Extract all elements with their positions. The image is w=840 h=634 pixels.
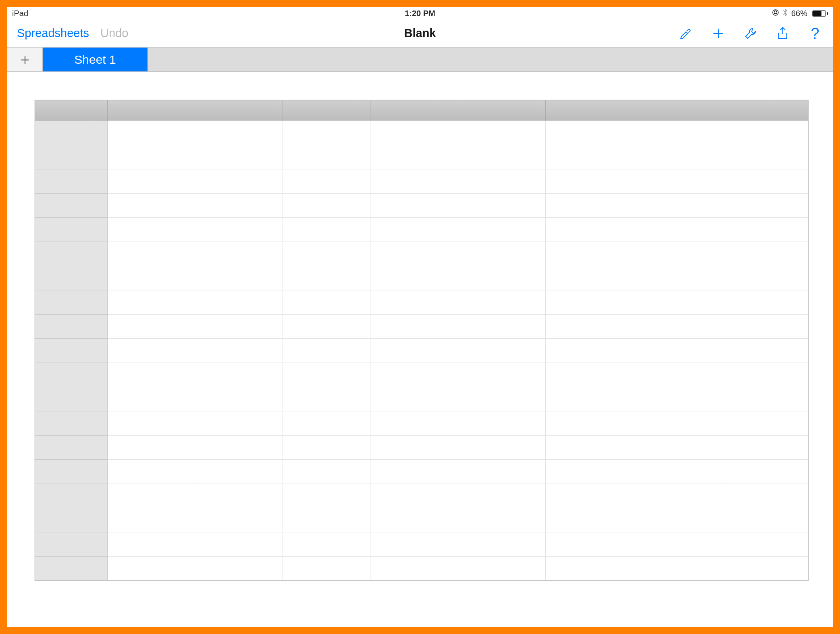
cell[interactable] (633, 242, 721, 266)
cell[interactable] (195, 363, 283, 387)
cell[interactable] (108, 145, 195, 169)
column-header[interactable] (195, 100, 283, 121)
row-header[interactable] (35, 145, 108, 169)
cell[interactable] (458, 459, 546, 484)
row-header[interactable] (35, 193, 108, 217)
cell[interactable] (633, 266, 721, 290)
cell[interactable] (721, 387, 808, 411)
cell[interactable] (458, 121, 546, 145)
cell[interactable] (721, 121, 808, 145)
cell[interactable] (195, 435, 283, 459)
grid-corner[interactable] (35, 100, 108, 121)
row-header[interactable] (35, 290, 108, 314)
cell[interactable] (546, 290, 633, 314)
cell[interactable] (633, 290, 721, 314)
cell[interactable] (546, 363, 633, 387)
cell[interactable] (370, 217, 458, 242)
column-header[interactable] (633, 100, 721, 121)
cell[interactable] (458, 484, 546, 508)
cell[interactable] (721, 217, 808, 242)
cell[interactable] (370, 290, 458, 314)
cell[interactable] (546, 242, 633, 266)
cell[interactable] (458, 145, 546, 169)
cell[interactable] (108, 242, 195, 266)
cell[interactable] (458, 338, 546, 363)
cell[interactable] (721, 290, 808, 314)
row-header[interactable] (35, 532, 108, 556)
cell[interactable] (546, 121, 633, 145)
cell[interactable] (108, 387, 195, 411)
cell[interactable] (458, 411, 546, 435)
cell[interactable] (721, 193, 808, 217)
cell[interactable] (633, 193, 721, 217)
row-header[interactable] (35, 411, 108, 435)
cell[interactable] (283, 532, 370, 556)
cell[interactable] (195, 338, 283, 363)
undo-button[interactable]: Undo (100, 27, 128, 40)
cell[interactable] (633, 363, 721, 387)
back-button[interactable]: Spreadsheets (17, 27, 89, 40)
cell[interactable] (108, 532, 195, 556)
cell[interactable] (370, 459, 458, 484)
cell[interactable] (721, 459, 808, 484)
cell[interactable] (546, 169, 633, 193)
cell[interactable] (721, 435, 808, 459)
cell[interactable] (283, 193, 370, 217)
cell[interactable] (283, 314, 370, 338)
cell[interactable] (458, 242, 546, 266)
cell[interactable] (458, 217, 546, 242)
cell[interactable] (633, 169, 721, 193)
cell[interactable] (283, 411, 370, 435)
cell[interactable] (195, 145, 283, 169)
row-header[interactable] (35, 363, 108, 387)
cell[interactable] (721, 242, 808, 266)
cell[interactable] (195, 242, 283, 266)
share-icon[interactable] (775, 25, 791, 42)
row-header[interactable] (35, 435, 108, 459)
row-header[interactable] (35, 556, 108, 580)
cell[interactable] (633, 484, 721, 508)
cell[interactable] (633, 121, 721, 145)
cell[interactable] (633, 338, 721, 363)
cell[interactable] (195, 387, 283, 411)
cell[interactable] (108, 290, 195, 314)
cell[interactable] (633, 508, 721, 532)
row-header[interactable] (35, 217, 108, 242)
format-brush-icon[interactable] (678, 25, 694, 42)
cell[interactable] (721, 532, 808, 556)
cell[interactable] (458, 193, 546, 217)
help-icon[interactable]: ? (807, 25, 823, 42)
cell[interactable] (370, 145, 458, 169)
cell[interactable] (195, 193, 283, 217)
cell[interactable] (370, 338, 458, 363)
cell[interactable] (370, 193, 458, 217)
cell[interactable] (283, 145, 370, 169)
cell[interactable] (458, 169, 546, 193)
cell[interactable] (370, 484, 458, 508)
row-header[interactable] (35, 169, 108, 193)
row-header[interactable] (35, 387, 108, 411)
row-header[interactable] (35, 459, 108, 484)
column-header[interactable] (283, 100, 370, 121)
cell[interactable] (370, 556, 458, 580)
cell[interactable] (108, 556, 195, 580)
cell[interactable] (370, 532, 458, 556)
add-sheet-button[interactable]: ＋ (7, 48, 43, 71)
sheet-tab-active[interactable]: Sheet 1 (43, 48, 148, 71)
cell[interactable] (370, 411, 458, 435)
document-title[interactable]: Blank (404, 27, 436, 40)
cell[interactable] (108, 193, 195, 217)
cell[interactable] (546, 508, 633, 532)
cell[interactable] (195, 484, 283, 508)
cell[interactable] (195, 508, 283, 532)
cell[interactable] (370, 314, 458, 338)
row-header[interactable] (35, 314, 108, 338)
cell[interactable] (108, 314, 195, 338)
cell[interactable] (546, 217, 633, 242)
cell[interactable] (108, 459, 195, 484)
cell[interactable] (633, 217, 721, 242)
cell[interactable] (721, 556, 808, 580)
cell[interactable] (458, 363, 546, 387)
row-header[interactable] (35, 338, 108, 363)
cell[interactable] (108, 508, 195, 532)
